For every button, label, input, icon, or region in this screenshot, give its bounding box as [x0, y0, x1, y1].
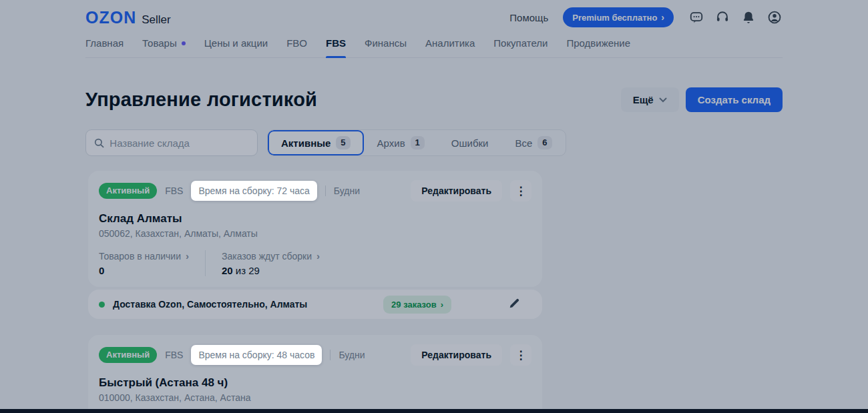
warehouse-card-main: Активный FBS Время на сборку: 48 часов Б… [88, 335, 542, 413]
kebab-menu-icon[interactable]: ⋮ [510, 180, 531, 201]
stat-value: 20 из 29 [222, 265, 320, 276]
help-link[interactable]: Помощь [509, 12, 548, 23]
nav-tab-fbs[interactable]: FBS [326, 37, 346, 57]
logo[interactable]: OZON Seller [85, 8, 171, 27]
orders-count-badge[interactable]: 29 заказов › [383, 296, 451, 314]
user-icon[interactable] [767, 9, 783, 25]
working-days-label: Будни [334, 185, 360, 196]
status-badge: Активный [99, 183, 157, 199]
count-badge: 6 [537, 136, 552, 149]
more-button[interactable]: Ещё [621, 87, 679, 112]
nav-tab-pokupateli[interactable]: Покупатели [493, 37, 548, 57]
nav-tab-tseny-i-aktsii[interactable]: Цены и акции [204, 37, 268, 57]
chevron-right-icon: › [441, 300, 443, 310]
seller-logo-suffix: Seller [142, 13, 170, 27]
status-dot-icon [99, 302, 105, 308]
notification-dot [182, 41, 186, 45]
filter-tab-active[interactable]: Активные 5 [268, 130, 364, 155]
nav-tab-fbo[interactable]: FBO [286, 37, 307, 57]
warehouse-name: Склад Алматы [99, 212, 531, 226]
assembly-time-highlight: Время на сборку: 48 часов [191, 345, 322, 365]
scheme-label: FBS [165, 185, 183, 196]
warehouse-address: 010000, Казахстан, Астана, Астана [99, 392, 531, 403]
page-title: Управление логистикой [85, 89, 317, 111]
nav-tab-finansy[interactable]: Финансы [365, 37, 407, 57]
premium-button[interactable]: Premium бесплатно › [563, 7, 674, 27]
warehouse-address: 050062, Казахстан, Алматы, Алматы [99, 228, 531, 239]
main-nav: Главная Товары Цены и акции FBO FBS Фина… [85, 27, 783, 58]
bell-icon[interactable] [740, 9, 756, 25]
warehouse-card: Активный FBS Время на сборку: 48 часов Б… [88, 335, 542, 413]
pencil-icon[interactable] [506, 296, 522, 312]
warehouse-card-main: Активный FBS Время на сборку: 72 часа Бу… [88, 171, 542, 287]
stat-orders-awaiting[interactable]: Заказов ждут сборки › 20 из 29 [205, 250, 336, 276]
stat-products-in-stock[interactable]: Товаров в наличии › 0 [99, 250, 205, 276]
window-edge [0, 409, 868, 413]
headset-icon[interactable] [714, 9, 730, 25]
nav-tab-tovary[interactable]: Товары [142, 37, 186, 57]
create-warehouse-button[interactable]: Создать склад [686, 87, 783, 112]
warehouse-card: Активный FBS Время на сборку: 72 часа Бу… [88, 171, 542, 319]
status-filter: Активные 5 Архив 1 Ошибки Все 6 [267, 129, 566, 156]
search-icon [94, 137, 104, 149]
status-badge: Активный [99, 347, 157, 363]
search-input[interactable] [110, 137, 249, 149]
edit-button[interactable]: Редактировать [411, 180, 502, 201]
nav-tab-glavnaya[interactable]: Главная [85, 37, 124, 57]
chevron-right-icon: › [186, 250, 189, 262]
nav-tab-prodvizhenie[interactable]: Продвижение [566, 37, 630, 57]
nav-tab-analitika[interactable]: Аналитика [425, 37, 475, 57]
warehouse-search[interactable] [85, 129, 258, 156]
count-badge: 5 [336, 136, 350, 149]
stat-value: 0 [99, 265, 189, 276]
filter-tab-archive[interactable]: Архив 1 [364, 130, 438, 155]
ozon-logo: OZON [85, 8, 136, 27]
edit-button[interactable]: Редактировать [411, 344, 502, 366]
working-days-label: Будни [339, 350, 365, 360]
chat-icon[interactable] [688, 9, 704, 25]
chevron-down-icon [659, 97, 667, 103]
kebab-menu-icon[interactable]: ⋮ [510, 344, 531, 366]
scheme-label: FBS [165, 350, 183, 360]
delivery-method-row: Доставка Ozon, Самостоятельно, Алматы 29… [88, 290, 542, 319]
delivery-method-name: Доставка Ozon, Самостоятельно, Алматы [113, 299, 375, 310]
chevron-right-icon: › [661, 12, 664, 23]
divider [325, 185, 326, 196]
top-header: OZON Seller Помощь Premium бесплатно › [85, 0, 783, 27]
chevron-right-icon: › [316, 250, 320, 262]
filter-tab-all[interactable]: Все 6 [501, 130, 565, 155]
count-badge: 1 [411, 136, 425, 149]
premium-label: Premium бесплатно [572, 13, 657, 23]
divider [330, 350, 331, 360]
warehouse-name: Быстрый (Астана 48 ч) [99, 376, 531, 390]
filter-tab-errors[interactable]: Ошибки [438, 130, 502, 155]
assembly-time-highlight: Время на сборку: 72 часа [191, 181, 316, 201]
